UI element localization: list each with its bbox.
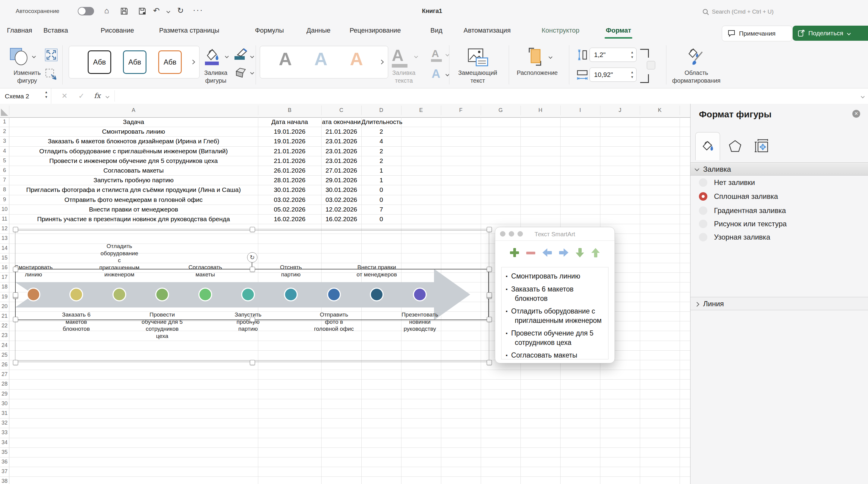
alt-text-icon[interactable] — [467, 48, 489, 67]
shape-width-field[interactable]: 10,92"▲▼ — [590, 67, 637, 82]
cell-duration[interactable]: 4 — [361, 137, 401, 146]
cell-end-date[interactable]: 29.01.2026 — [321, 176, 361, 185]
rotate-handle[interactable]: ↻ — [247, 252, 257, 262]
fill-option-5[interactable]: Узорная заливка — [699, 233, 770, 242]
shape-handle[interactable] — [250, 317, 255, 322]
cell-task[interactable]: Провести с инженером обучение для 5 сотр… — [9, 156, 258, 165]
wordart-option[interactable]: A — [314, 49, 327, 69]
column-header-E[interactable]: E — [401, 104, 441, 116]
move-down-icon[interactable] — [576, 248, 584, 257]
row-header-25[interactable]: 25 — [0, 352, 9, 358]
autosave-toggle[interactable] — [78, 7, 94, 16]
cell-duration[interactable]: 2 — [361, 127, 401, 136]
column-header-G[interactable]: G — [481, 104, 521, 116]
row-header-33[interactable]: 33 — [0, 429, 9, 436]
text-pane-list[interactable]: Смонтировать линиюЗаказать 6 макетов бло… — [501, 267, 609, 360]
tab-Рецензирование[interactable]: Рецензирование — [350, 27, 401, 34]
row-header-14[interactable]: 14 — [0, 245, 9, 251]
shape-fill-label[interactable]: Заливка фигуры — [195, 69, 237, 84]
format-pane-icon[interactable] — [687, 47, 706, 66]
shape-handle[interactable] — [13, 317, 18, 322]
shape-handle[interactable] — [487, 292, 492, 297]
row-header-6[interactable]: 6 — [0, 167, 9, 173]
cell-duration[interactable]: 1 — [361, 166, 401, 175]
canvas-handle[interactable] — [487, 227, 492, 232]
canvas-handle[interactable] — [13, 360, 18, 365]
column-header-F[interactable]: F — [441, 104, 481, 116]
row-header-4[interactable]: 4 — [0, 148, 9, 154]
cell-task[interactable]: Отладить оборудование с приглашённым инж… — [9, 147, 258, 156]
row-header-18[interactable]: 18 — [0, 284, 9, 290]
cancel-icon[interactable]: ✕ — [61, 92, 67, 100]
search-icon[interactable] — [702, 8, 710, 16]
column-header-I[interactable]: I — [560, 104, 600, 116]
cell-start-date[interactable]: 16.02.2026 — [258, 215, 321, 224]
arrange-label[interactable]: Расположение — [513, 69, 562, 77]
cell-end-date[interactable]: 03.02.2026 — [321, 195, 361, 204]
text-pane-item[interactable]: Согласовать макеты — [506, 351, 605, 360]
row-header-7[interactable]: 7 — [0, 177, 9, 183]
shape-fill-chevron-icon[interactable] — [225, 54, 229, 58]
row-header-27[interactable]: 27 — [0, 371, 9, 377]
cell-end-header[interactable]: ата окончани — [321, 117, 361, 126]
tab-size-properties[interactable] — [749, 132, 774, 160]
style-option[interactable]: Абв — [88, 50, 111, 74]
fill-option-3[interactable]: Градиентная заливка — [699, 206, 786, 215]
cell-end-date[interactable]: 27.01.2026 — [321, 166, 361, 175]
cell-duration-header[interactable]: Длительность — [361, 117, 401, 126]
resize-larger-icon[interactable] — [44, 48, 58, 62]
cell-end-date[interactable]: 23.01.2026 — [321, 137, 361, 146]
remove-item-icon[interactable] — [526, 252, 535, 254]
text-pane-item[interactable]: Провести обучение для 5 сотрудников цеха — [506, 329, 605, 347]
cell-end-date[interactable]: 23.01.2026 — [321, 156, 361, 165]
column-header-row[interactable]: ABCDEFGHIJK — [0, 104, 690, 118]
cell-duration[interactable]: 7 — [361, 205, 401, 214]
cell-duration[interactable]: 1 — [361, 176, 401, 185]
row-header-5[interactable]: 5 — [0, 158, 9, 164]
cell-task-header[interactable]: Задача — [9, 117, 258, 126]
text-pane-item[interactable]: Смонтировать линию — [506, 272, 605, 281]
tab-Формулы[interactable]: Формулы — [255, 27, 284, 34]
fill-option-4[interactable]: Рисунок или текстура — [699, 219, 786, 228]
radio-unselected-icon[interactable] — [699, 178, 707, 187]
cell-duration[interactable]: 2 — [361, 147, 401, 156]
row-header-13[interactable]: 13 — [0, 235, 9, 241]
cell-end-date[interactable]: 23.01.2026 — [321, 147, 361, 156]
style-option[interactable]: Абв — [123, 50, 147, 74]
row-header-11[interactable]: 11 — [0, 216, 9, 222]
column-header-J[interactable]: J — [600, 104, 640, 116]
row-header-3[interactable]: 3 — [0, 138, 9, 144]
row-header-23[interactable]: 23 — [0, 332, 9, 339]
name-box-spinner[interactable]: ▲▼ — [44, 90, 48, 99]
row-header-24[interactable]: 24 — [0, 342, 9, 348]
text-effects-icon[interactable]: A — [432, 67, 440, 81]
row-header-35[interactable]: 35 — [0, 449, 9, 455]
tab-Разметка страницы[interactable]: Разметка страницы — [159, 27, 219, 34]
change-shape-label[interactable]: Изменить фигуру — [6, 69, 48, 84]
column-header-B[interactable]: B — [258, 104, 321, 116]
demote-right-icon[interactable] — [559, 248, 568, 257]
cell-task[interactable]: Пригласить фотографа и стилиста для съём… — [9, 185, 258, 194]
text-pane-titlebar[interactable]: Текст SmartArt — [495, 227, 615, 241]
tab-Вставка[interactable]: Вставка — [43, 27, 68, 34]
tab-fill-line[interactable] — [695, 132, 720, 160]
row-header-9[interactable]: 9 — [0, 196, 9, 203]
panel-close-icon[interactable]: ✕ — [852, 110, 860, 118]
column-header-C[interactable]: C — [321, 104, 361, 116]
home-icon[interactable]: ⌂ — [104, 6, 109, 16]
tab-Автоматизация[interactable]: Автоматизация — [464, 27, 510, 34]
cell-start-date[interactable]: 19.01.2026 — [258, 137, 321, 146]
row-header-31[interactable]: 31 — [0, 410, 9, 417]
cell-start-date[interactable]: 26.01.2026 — [258, 166, 321, 175]
cell-start-date[interactable]: 03.02.2026 — [258, 195, 321, 204]
cell-task[interactable]: Смонтировать линию — [9, 127, 258, 136]
shape-outline-chevron-icon[interactable] — [250, 54, 254, 58]
redo-icon[interactable]: ↻ — [177, 6, 184, 16]
cell-task[interactable]: Отправить фото менеджерам в головной офи… — [9, 195, 258, 204]
more-commands-icon[interactable]: ··· — [193, 5, 204, 15]
share-button[interactable]: Поделиться — [793, 26, 868, 41]
save-as-icon[interactable] — [138, 7, 147, 16]
cell-task[interactable]: Принять участие в презентации новинок дл… — [9, 215, 258, 224]
cell-task[interactable]: Согласовать макеты — [9, 166, 258, 175]
row-header-36[interactable]: 36 — [0, 459, 9, 465]
